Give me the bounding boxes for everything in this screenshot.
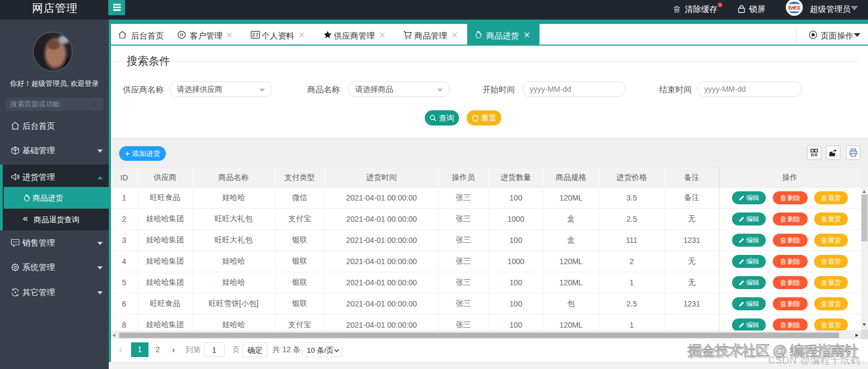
svg-text:迅销宝: 迅销宝 — [788, 5, 801, 10]
